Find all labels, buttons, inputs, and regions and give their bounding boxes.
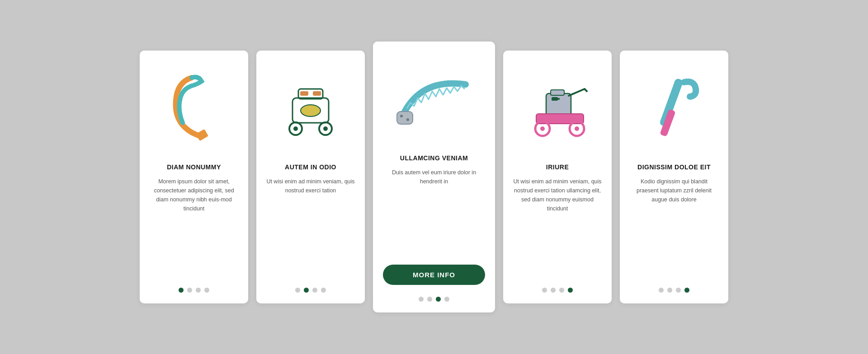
dot: [684, 288, 689, 293]
dot: [436, 297, 441, 302]
card-1: DIAM NONUMMY Morem ipsum dolor sit amet,…: [140, 51, 248, 303]
lawnmower-front-icon: [281, 75, 340, 143]
dot: [196, 288, 201, 293]
card-3-title: ULLAMCING VENIAM: [400, 154, 468, 162]
card-1-icon-area: [150, 64, 238, 154]
dot: [559, 288, 564, 293]
card-4-title: IRIURE: [546, 163, 569, 171]
svg-rect-13: [546, 93, 571, 116]
card-3-dots: [419, 292, 449, 302]
svg-point-12: [406, 118, 409, 121]
svg-line-15: [585, 89, 587, 91]
svg-rect-4: [313, 91, 321, 96]
svg-point-21: [575, 126, 579, 131]
svg-rect-16: [551, 90, 564, 95]
card-2-text: Ut wisi enim ad minim veniam, quis nostr…: [266, 177, 355, 274]
svg-rect-23: [558, 98, 560, 100]
svg-rect-3: [300, 91, 308, 96]
dot: [187, 288, 192, 293]
dot: [427, 297, 432, 302]
svg-point-19: [540, 126, 545, 131]
dot: [551, 288, 556, 293]
dot: [676, 288, 681, 293]
card-4-text: Ut wisi enim ad minim veniam, quis nostr…: [513, 177, 602, 274]
card-3-text: Duis autem vel eum iriure dolor in hendr…: [383, 168, 485, 256]
card-1-text: Morem ipsum dolor sit amet, consectetuer…: [150, 177, 238, 274]
dot: [304, 288, 309, 293]
svg-point-5: [301, 105, 321, 116]
dot: [659, 288, 664, 293]
card-3-icon-area: [383, 55, 485, 145]
svg-point-11: [400, 115, 403, 117]
card-4-icon-area: [513, 64, 602, 154]
svg-line-14: [569, 89, 585, 96]
lawnmower-side-icon: [524, 80, 591, 139]
card-5-dots: [659, 283, 689, 293]
card-5-icon-area: [630, 64, 718, 154]
card-2-icon-area: [266, 64, 355, 154]
dot: [667, 288, 672, 293]
dot: [312, 288, 317, 293]
more-info-button[interactable]: MORE INFO: [383, 265, 485, 285]
dot: [179, 288, 184, 293]
svg-rect-22: [552, 97, 558, 101]
card-4-dots: [542, 283, 573, 293]
card-5: DIGNISSIM DOLOE EIT Kodio dignissim qui …: [620, 51, 728, 303]
dot: [568, 288, 573, 293]
svg-point-9: [323, 126, 328, 131]
svg-rect-0: [196, 129, 208, 141]
card-5-text: Kodio dignissim qui blandit praesent lup…: [630, 177, 718, 274]
card-1-dots: [179, 283, 209, 293]
card-2-dots: [295, 283, 326, 293]
svg-point-7: [293, 126, 298, 131]
handsaw-icon: [393, 73, 475, 127]
dot: [321, 288, 326, 293]
card-5-title: DIGNISSIM DOLOE EIT: [637, 163, 711, 171]
card-3: ULLAMCING VENIAM Duis autem vel eum iriu…: [373, 42, 495, 312]
svg-rect-10: [397, 112, 413, 124]
dot: [542, 288, 547, 293]
sickle-icon: [169, 73, 219, 145]
dot: [204, 288, 209, 293]
card-2-title: AUTEM IN ODIO: [285, 163, 336, 171]
card-1-title: DIAM NONUMMY: [167, 163, 221, 171]
crowbar-icon: [647, 73, 701, 145]
dot: [419, 297, 424, 302]
card-4: IRIURE Ut wisi enim ad minim veniam, qui…: [503, 51, 612, 303]
dot: [295, 288, 300, 293]
dot: [444, 297, 449, 302]
cards-container: DIAM NONUMMY Morem ipsum dolor sit amet,…: [140, 42, 728, 312]
card-2: AUTEM IN ODIO Ut wisi enim ad minim veni…: [256, 51, 365, 303]
